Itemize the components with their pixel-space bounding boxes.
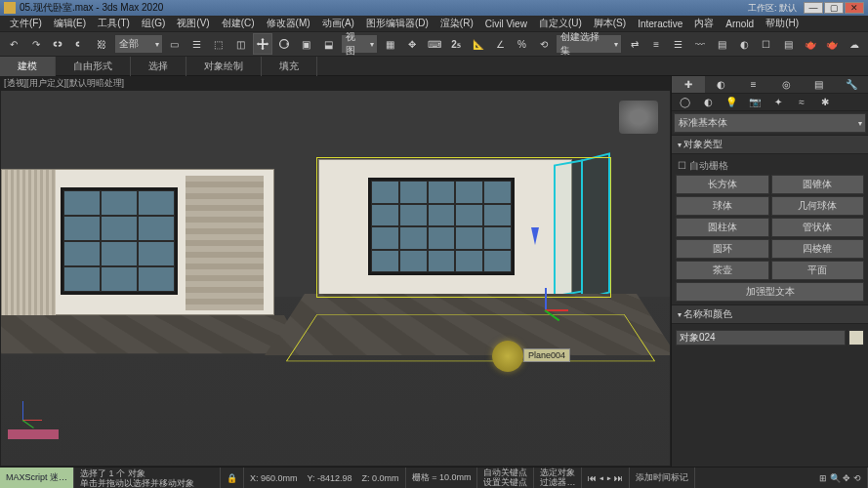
prim-geosphere[interactable]: 几何球体 [771,196,865,216]
undo-button[interactable]: ↶ [4,33,24,55]
menu-modify[interactable]: 修改器(M) [261,17,316,30]
menu-interactive[interactable]: Interactive [632,19,688,29]
menu-civil[interactable]: Civil View [479,19,533,29]
prim-cylinder[interactable]: 圆柱体 [676,218,769,237]
rotate-button[interactable] [274,33,295,55]
object-color-swatch[interactable] [848,330,864,346]
workspace-label[interactable]: 工作区: 默认 [748,2,797,15]
viewport-nav-controls[interactable]: ⊞ 🔍 ✥ ⟲ [813,468,868,488]
render-cloud-button[interactable]: ☁ [845,33,865,55]
selection-filter-dropdown[interactable]: 全部 [114,34,163,54]
align-button[interactable]: ≡ [646,33,667,55]
viewcube[interactable] [619,101,658,134]
pivot-button[interactable]: ▦ [380,33,400,55]
ribbon-tab-selection[interactable]: 选择 [131,57,186,76]
manip-button[interactable]: ✥ [402,33,423,55]
ref-coord-dropdown[interactable]: 视图 [341,34,379,54]
select-name-button[interactable]: ☰ [186,33,207,55]
material-editor-button[interactable]: ◐ [734,33,755,55]
hierarchy-tab[interactable]: ≡ [737,76,770,93]
rollout-name-color[interactable]: 名称和颜色 [672,305,868,324]
prim-torus[interactable]: 圆环 [676,239,769,259]
select-button[interactable]: ▭ [165,33,186,55]
set-key-button[interactable]: 设置关键点 [483,477,527,487]
maximize-button[interactable]: ▢ [824,2,844,14]
helpers-subtab[interactable]: ✦ [767,94,789,110]
move-gizmo[interactable] [537,280,576,319]
bind-button[interactable]: ⛓ [92,33,112,55]
auto-key-button[interactable]: 自动关键点 [483,468,527,477]
key-filter-button[interactable]: 过滤器… [540,477,575,487]
rollout-object-type[interactable]: 对象类型 [672,135,868,154]
menu-anim[interactable]: 动画(A) [316,17,360,30]
perspective-viewport[interactable]: Plane004 [0,90,671,467]
display-tab[interactable]: ▤ [803,76,836,93]
prim-tube[interactable]: 管状体 [771,218,865,237]
link-button[interactable] [48,33,68,55]
menu-arnold[interactable]: Arnold [720,19,760,29]
close-button[interactable]: ✕ [845,2,864,14]
move-button[interactable] [253,33,273,55]
scale-button[interactable]: ▣ [297,33,317,55]
ribbon-tab-freeform[interactable]: 自由形式 [56,57,131,76]
rendered-frame-button[interactable]: ▤ [778,33,799,55]
keyshortcut-button[interactable]: ⌨ [424,33,444,55]
menu-customize[interactable]: 自定义(U) [533,17,588,30]
create-tab[interactable]: ✚ [672,76,705,93]
systems-subtab[interactable]: ✱ [814,94,836,110]
modify-tab[interactable]: ◐ [705,76,738,93]
menu-create[interactable]: 创建(C) [216,17,261,30]
percent-snap-button[interactable]: % [512,33,532,55]
prim-sphere[interactable]: 球体 [676,196,769,216]
angle-snap-button[interactable]: ∠ [490,33,511,55]
mirror-button[interactable]: ⇄ [624,33,644,55]
ribbon-tab-populate[interactable]: 填充 [262,57,317,76]
menu-graph[interactable]: 图形编辑器(D) [360,17,434,30]
menu-file[interactable]: 文件(F) [4,17,48,30]
menu-help[interactable]: 帮助(H) [760,17,805,30]
object-name-field[interactable] [676,330,846,346]
cameras-subtab[interactable]: 📷 [744,94,765,110]
snap-toggle-button[interactable]: 📐 [468,33,488,55]
select-rect-button[interactable]: ⬚ [209,33,229,55]
lock-selection-button[interactable]: 🔒 [221,468,244,488]
minimize-button[interactable]: — [804,2,823,14]
playback-controls[interactable]: ⏮ ◀ ▶ ⏭ [582,468,630,488]
window-crossing-button[interactable]: ◫ [230,33,251,55]
ribbon-tab-modeling[interactable]: 建模 [0,57,56,76]
schematic-button[interactable]: ▤ [712,33,732,55]
time-slider[interactable] [7,428,60,440]
menu-tools[interactable]: 工具(T) [92,17,136,30]
transform-type-in[interactable]: X: 960.0mm Y: -8412.98 Z: 0.0mm [244,468,406,488]
spinner-snap-button[interactable]: ⟲ [534,33,555,55]
menu-group[interactable]: 组(G) [136,17,171,30]
spacewarps-subtab[interactable]: ≈ [791,94,812,110]
ribbon-tab-object-paint[interactable]: 对象绘制 [186,57,262,76]
auto-grid-checkbox[interactable]: ☐ 自动栅格 [676,157,864,175]
lights-subtab[interactable]: 💡 [721,94,742,110]
viewport-bracket-label[interactable]: [透视][用户定义][默认明暗处理] [4,77,124,90]
time-tag-button[interactable]: 添加时间标记 [630,468,695,488]
redo-button[interactable]: ↷ [26,33,47,55]
primitive-category-dropdown[interactable]: 标准基本体 [674,113,866,133]
render-prod-button[interactable]: 🫖 [822,33,843,55]
prim-pyramid[interactable]: 四棱锥 [771,239,865,259]
menu-script[interactable]: 脚本(S) [588,17,632,30]
snap2-button[interactable]: 2₅ [446,33,467,55]
prim-plane[interactable]: 平面 [771,261,865,280]
geometry-subtab[interactable]: ◯ [674,94,695,110]
prim-box[interactable]: 长方体 [676,175,769,194]
motion-tab[interactable]: ◎ [770,76,804,93]
shapes-subtab[interactable]: ◐ [697,94,719,110]
menu-view[interactable]: 视图(V) [171,17,215,30]
utilities-tab[interactable]: 🔧 [836,76,869,93]
render-button[interactable]: 🫖 [800,33,820,55]
key-filter-selected[interactable]: 选定对象 [540,468,575,477]
curve-editor-button[interactable]: 〰 [690,33,711,55]
menu-edit[interactable]: 编辑(E) [48,17,92,30]
prim-teapot[interactable]: 茶壶 [676,261,769,280]
menu-render[interactable]: 渲染(R) [434,17,479,30]
menu-content[interactable]: 内容 [688,17,720,30]
unlink-button[interactable] [70,33,91,55]
prim-textplus[interactable]: 加强型文本 [676,282,864,302]
